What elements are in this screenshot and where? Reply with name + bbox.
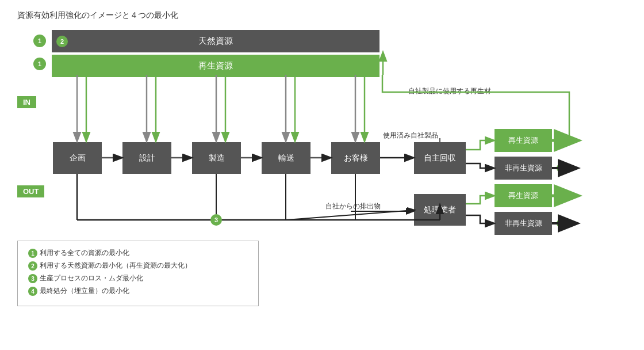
legend-badge-3: 3: [28, 274, 37, 283]
result-box-renew1: 再生資源: [494, 129, 552, 152]
process-box-design: 設計: [122, 142, 171, 174]
label-recycle-material: 自社製品に使用する再生材: [408, 86, 491, 96]
svg-line-21: [286, 210, 414, 220]
svg-text:3: 3: [214, 216, 218, 223]
legend-text-2: 利用する天然資源の最小化（再生資源の最大化）: [40, 261, 191, 271]
legend-badge-4: 4: [28, 287, 37, 296]
legend-item-1: 1 利用する全ての資源の最小化: [28, 248, 248, 258]
label-company-waste: 自社からの排出物: [325, 201, 381, 211]
legend: 1 利用する全ての資源の最小化 2 利用する天然資源の最小化（再生資源の最大化）…: [17, 241, 259, 306]
renewable-resource-bar: 再生資源: [52, 55, 379, 77]
legend-text-4: 最終処分（埋立量）の最小化: [40, 286, 129, 296]
legend-badge-1: 1: [28, 249, 37, 258]
out-label: OUT: [17, 185, 44, 197]
result-box-nonrenew1: 非再生資源: [494, 157, 552, 180]
legend-item-4: 4 最終処分（埋立量）の最小化: [28, 286, 248, 296]
legend-text-3: 生産プロセスのロス・ムダ最小化: [40, 273, 143, 283]
process-box-customer: お客様: [331, 142, 380, 174]
result-box-nonrenew2: 非再生資源: [494, 212, 552, 235]
process-box-plan: 企画: [53, 142, 102, 174]
diagram-area: 1 1 2 天然資源 再生資源 IN OUT 企画 設計 製造: [17, 30, 627, 306]
process-box-recovery: 自主回収: [414, 142, 466, 174]
process-box-transport: 輸送: [262, 142, 310, 174]
natural-resource-bar: 2 天然資源: [52, 30, 379, 52]
page-title: 資源有効利用強化のイメージと４つの最小化: [17, 10, 627, 21]
label-used-products: 使用済み自社製品: [383, 131, 438, 140]
badge-4-nonrenew1: 4: [557, 163, 567, 173]
in-label: IN: [17, 96, 36, 108]
main-container: 資源有効利用強化のイメージと４つの最小化 1 1 2 天然資源 再生資源 IN …: [0, 0, 644, 317]
legend-item-3: 3 生産プロセスのロス・ムダ最小化: [28, 273, 248, 283]
legend-item-2: 2 利用する天然資源の最小化（再生資源の最大化）: [28, 261, 248, 271]
badge-4-nonrenew2: 4: [557, 218, 567, 229]
legend-text-1: 利用する全ての資源の最小化: [40, 248, 129, 258]
badge-2: 2: [56, 36, 68, 47]
svg-point-27: [210, 214, 222, 226]
result-box-renew2: 再生資源: [494, 184, 552, 207]
legend-badge-2: 2: [28, 261, 37, 271]
badge-1-renewable: 1: [33, 58, 46, 70]
resource-bars: 2 天然資源 再生資源: [52, 30, 379, 77]
process-box-manufacture: 製造: [192, 142, 241, 174]
badge-1-natural: 1: [33, 35, 46, 47]
process-box-processor: 処理業者: [414, 194, 466, 226]
